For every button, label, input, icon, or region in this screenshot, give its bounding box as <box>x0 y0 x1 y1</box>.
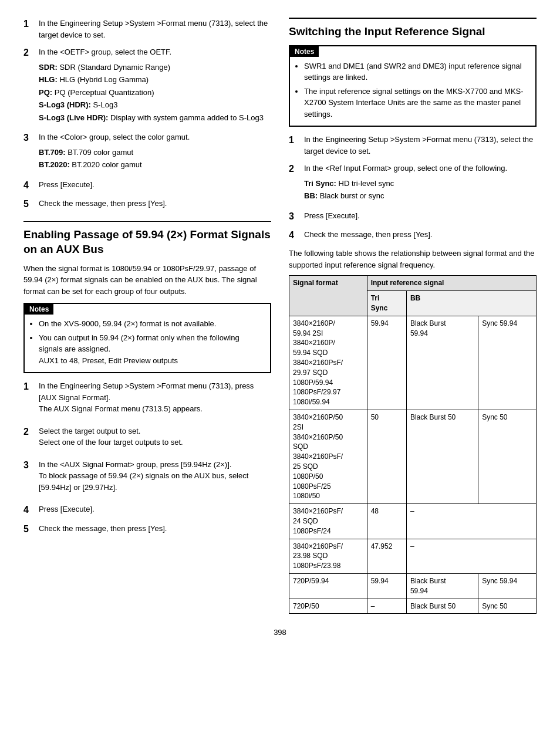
notes-box-right: Notes SWR1 and DME1 (and SWR2 and DME3) … <box>289 45 537 127</box>
sublist-item: S-Log3 (Live HDR): Display with system g… <box>39 112 271 124</box>
step-item: 1 In the Engineering Setup >System >Form… <box>23 18 271 40</box>
step-sublist: SDR: SDR (Standard Dynamic Range) HLG: H… <box>39 62 271 124</box>
bb2-cell: Sync 59.94 <box>478 316 537 410</box>
step-item: 4 Press [Execute]. <box>23 179 271 192</box>
notes-item: You can output in 59.94 (2×) format only… <box>39 332 264 367</box>
step-note: To block passage of 59.94 (2×) signals o… <box>39 470 271 493</box>
bb-cell: Black Burst59.94 <box>406 573 478 599</box>
sublist-item: S-Log3 (HDR): S-Log3 <box>39 99 271 111</box>
initial-steps: 1 In the Engineering Setup >System >Form… <box>23 18 271 211</box>
col-input-ref-signal: Input reference signal <box>367 276 536 291</box>
sublist-item: HLG: HLG (Hybrid Log Gamma) <box>39 74 271 86</box>
step-content: Press [Execute]. <box>304 210 537 222</box>
step-text: Press [Execute]. <box>39 505 95 513</box>
tri-sync-cell: 48 <box>367 504 406 539</box>
step-content: Check the message, then press [Yes]. <box>39 198 271 209</box>
step-text: Check the message, then press [Yes]. <box>39 199 167 208</box>
step-content: Press [Execute]. <box>39 179 271 191</box>
step-text: In the Engineering Setup >System >Format… <box>304 135 533 156</box>
left-column: 1 In the Engineering Setup >System >Form… <box>23 18 271 614</box>
reference-table: Signal format Input reference signal Tri… <box>289 275 537 614</box>
tri-sync-cell: 59.94 <box>367 316 406 410</box>
section-divider <box>23 221 271 222</box>
tri-sync-cell: 50 <box>367 410 406 504</box>
notes-content: On the XVS-9000, 59.94 (2×) format is no… <box>25 315 270 372</box>
step-text: In the <Color> group, select the color g… <box>39 133 190 141</box>
step-number: 1 <box>289 134 299 147</box>
step-number: 5 <box>23 523 34 536</box>
steps2-list: 1 In the Engineering Setup >System >Form… <box>23 380 271 536</box>
step-text: Select the target output to set. <box>39 425 271 437</box>
table-row: 720P/59.94 59.94 Black Burst59.94 Sync 5… <box>289 573 537 599</box>
notes-list-right: SWR1 and DME1 (and SWR2 and DME3) input … <box>296 60 529 120</box>
step-item: 3 In the <Color> group, select the color… <box>23 131 271 173</box>
step-item: 4 Press [Execute]. <box>23 503 271 516</box>
step-item: 2 In the <OETF> group, select the OETF. … <box>23 46 271 126</box>
step-item: 3 In the <AUX Signal Format> group, pres… <box>23 459 271 498</box>
col-tri-sync: TriSync <box>367 291 406 316</box>
tri-sync-cell: 59.94 <box>367 573 406 599</box>
step-content: Press [Execute]. <box>39 503 271 515</box>
table-row: 3840×2160P/59.94 2SI3840×2160P/59.94 SQD… <box>289 316 537 410</box>
step-number: 4 <box>289 229 299 242</box>
step-content: In the <AUX Signal Format> group, press … <box>39 459 271 498</box>
step-number: 1 <box>23 18 34 31</box>
notes-item: On the XVS-9000, 59.94 (2×) format is no… <box>39 318 264 330</box>
sublist-item: BB: Black burst or sync <box>304 190 537 202</box>
format-cell: 3840×2160P/502SI3840×2160P/50SQD3840×216… <box>289 410 367 504</box>
notes-label-right: Notes <box>290 46 319 57</box>
notes-item: The input reference signal settings on t… <box>304 86 529 120</box>
step-item: 1 In the Engineering Setup >System >Form… <box>289 134 537 157</box>
step-item: 2 In the <Ref Input Format> group, selec… <box>289 163 537 204</box>
page-layout: 1 In the Engineering Setup >System >Form… <box>23 18 537 614</box>
step-content: In the Engineering Setup >System >Format… <box>39 380 271 420</box>
step-text: Press [Execute]. <box>304 211 360 220</box>
step-note: Select one of the four target outputs to… <box>39 437 271 448</box>
step-text: In the Engineering Setup >System >Format… <box>39 380 271 403</box>
step-sublist: Tri Sync: HD tri-level sync BB: Black bu… <box>304 178 537 202</box>
step-content: Check the message, then press [Yes]. <box>39 523 271 535</box>
right-column: Switching the Input Reference Signal Not… <box>289 18 537 614</box>
step-text: In the <OETF> group, select the OETF. <box>39 48 171 56</box>
step-sublist: BT.709: BT.709 color gamut BT.2020: BT.2… <box>39 147 271 171</box>
table-row: 3840×2160P/502SI3840×2160P/50SQD3840×216… <box>289 410 537 504</box>
step-item: 2 Select the target output to set. Selec… <box>23 425 271 453</box>
table-row: 3840×2160PsF/24 SQD1080PsF/24 48 – <box>289 504 537 539</box>
step-item: 5 Check the message, then press [Yes]. <box>23 523 271 536</box>
table-description: The following table shows the relationsh… <box>289 248 537 271</box>
step-number: 2 <box>23 425 34 438</box>
table-row: 720P/50 – Black Burst 50 Sync 50 <box>289 599 537 614</box>
step-content: Select the target output to set. Select … <box>39 425 271 453</box>
step-number: 4 <box>23 503 34 516</box>
format-cell: 3840×2160PsF/23.98 SQD1080PsF/23.98 <box>289 539 367 573</box>
step-item: 1 In the Engineering Setup >System >Form… <box>23 380 271 420</box>
sublist-item: Tri Sync: HD tri-level sync <box>304 178 537 190</box>
step-text: Press [Execute]. <box>39 180 95 189</box>
section2-intro: When the signal format is 1080i/59.94 or… <box>23 263 271 298</box>
right-steps-list: 1 In the Engineering Setup >System >Form… <box>289 134 537 242</box>
step-text: In the <AUX Signal Format> group, press … <box>39 459 271 471</box>
step-content: In the <OETF> group, select the OETF. SD… <box>39 46 271 126</box>
step-text: Check the message, then press [Yes]. <box>304 230 432 239</box>
table-header-row: Signal format Input reference signal <box>289 276 537 291</box>
step-note: The AUX Signal Format menu (7313.5) appe… <box>39 403 271 415</box>
step-item: 4 Check the message, then press [Yes]. <box>289 229 537 242</box>
step-content: In the <Color> group, select the color g… <box>39 131 271 173</box>
format-cell: 720P/50 <box>289 599 367 614</box>
bb2-cell: Sync 50 <box>478 410 537 504</box>
bb-cell: Black Burst 50 <box>406 410 478 504</box>
step-content: In the Engineering Setup >System >Format… <box>39 18 271 40</box>
step-number: 1 <box>23 380 34 393</box>
step-text: In the <Ref Input Format> group, select … <box>304 163 537 174</box>
section2-title: Enabling Passage of 59.94 (2×) Format Si… <box>23 228 271 256</box>
step-number: 5 <box>23 198 34 211</box>
table-row: 3840×2160PsF/23.98 SQD1080PsF/23.98 47.9… <box>289 539 537 573</box>
step-item: 5 Check the message, then press [Yes]. <box>23 198 271 211</box>
format-cell: 3840×2160P/59.94 2SI3840×2160P/59.94 SQD… <box>289 316 367 410</box>
format-cell: 3840×2160PsF/24 SQD1080PsF/24 <box>289 504 367 539</box>
notes-label: Notes <box>25 304 53 315</box>
bb2-cell: Sync 59.94 <box>478 573 537 599</box>
step-content: Check the message, then press [Yes]. <box>304 229 537 241</box>
step-number: 4 <box>23 179 34 192</box>
tri-sync-cell: 47.952 <box>367 539 406 573</box>
